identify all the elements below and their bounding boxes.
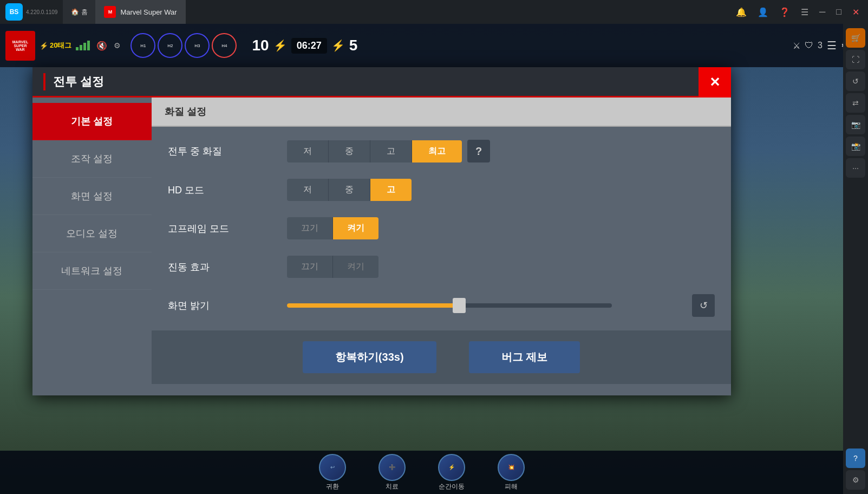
modal-footer: 항복하기(33s) 버그 제보	[152, 330, 731, 384]
sidebar-more-button[interactable]: ···	[846, 158, 865, 178]
sidebar-expand-button[interactable]: ⛶	[846, 50, 865, 69]
hero-avatar-1: H1	[130, 33, 155, 58]
sidebar-settings-button[interactable]: ⚙	[846, 470, 865, 490]
nav-item-audio[interactable]: 오디오 설정	[32, 215, 152, 252]
hero-avatars: H1 H2 H3 H4	[130, 33, 237, 58]
window-controls: 🔔 👤 ❓ ☰ ─ □ ✕	[732, 5, 868, 20]
highframe-toggle-group: 끄기 켜기	[287, 217, 378, 239]
hd-control: 저 중 고	[287, 179, 412, 201]
hd-mid-button[interactable]: 중	[329, 179, 370, 201]
settings-small-icon[interactable]: ⚙	[114, 41, 121, 50]
highframe-off-button[interactable]: 끄기	[287, 217, 333, 239]
brightness-slider-container	[287, 303, 687, 308]
game-tab-icon: M	[104, 6, 116, 18]
hd-low-button[interactable]: 저	[287, 179, 329, 201]
hd-mode-setting-row: HD 모드 저 중 고	[168, 179, 715, 201]
skill-return-icon: ↩	[319, 454, 346, 481]
brightness-setting-row: 화면 밝기 ↺	[168, 294, 715, 317]
surrender-label: 항복하기(33s)	[335, 351, 404, 363]
nav-item-control[interactable]: 조작 설정	[32, 140, 152, 178]
sword-icon: ⚔	[793, 41, 800, 51]
brightness-label: 화면 밝기	[168, 299, 276, 312]
nav-item-network[interactable]: 네트워크 설정	[32, 252, 152, 290]
nav-audio-label: 오디오 설정	[66, 228, 118, 239]
account-icon[interactable]: 👤	[753, 5, 773, 20]
skill-heal-label: 치료	[386, 482, 399, 491]
game-hud: MARVELSUPERWAR ⚡ 20태그 🔇 ⚙ H1 H2 H3 H4 10…	[0, 24, 868, 67]
content-body: 전투 중 화질 저 중 고 최고 ? HD 모드	[152, 127, 731, 330]
window-close-button[interactable]: ✕	[848, 5, 864, 20]
nav-item-screen[interactable]: 화면 설정	[32, 178, 152, 215]
vibration-setting-row: 진동 효과 끄기 켜기	[168, 256, 715, 278]
sidebar-help-button[interactable]: ?	[846, 448, 865, 468]
nav-network-label: 네트워크 설정	[61, 265, 122, 276]
sidebar-rotate-button[interactable]: ↺	[846, 72, 865, 91]
skill-heal[interactable]: ➕ 치료	[378, 454, 406, 491]
nav-control-label: 조작 설정	[71, 153, 113, 164]
hd-high-button[interactable]: 고	[370, 179, 412, 201]
content-header: 화질 설정	[152, 98, 731, 127]
vibration-toggle-group: 끄기 켜기	[287, 256, 378, 278]
hud-menu-icon[interactable]: ☰	[827, 39, 837, 52]
game-tab[interactable]: M Marvel Super War	[95, 0, 185, 24]
bs-version: 4.220.0.1109	[26, 9, 57, 15]
shield-icon: 🛡	[805, 41, 813, 50]
skill-damage-label: 피해	[505, 482, 518, 491]
quality-low-button[interactable]: 저	[287, 140, 329, 162]
quality-mid-button[interactable]: 중	[329, 140, 370, 162]
quality-max-button[interactable]: 최고	[412, 140, 462, 162]
coins-value: 20태그	[50, 41, 71, 50]
sidebar-transfer-button[interactable]: ⇄	[846, 93, 865, 113]
game-timer: 06:27	[291, 38, 327, 54]
brightness-slider-thumb[interactable]	[453, 298, 466, 313]
signal-bar-3	[83, 43, 86, 50]
highframe-on-button[interactable]: 켜기	[333, 217, 378, 239]
score-divider-2: ⚡	[331, 39, 345, 52]
home-label: 홈	[81, 8, 88, 17]
score-divider: ⚡	[273, 39, 287, 52]
score-display: 10 ⚡ 06:27 ⚡ 5	[252, 37, 357, 54]
maximize-button[interactable]: □	[832, 5, 846, 19]
brightness-slider-track[interactable]	[287, 303, 612, 308]
score-left: 10	[252, 37, 269, 54]
signal-bar-4	[87, 41, 90, 50]
highframe-setting-row: 고프레임 모드 끄기 켜기	[168, 217, 715, 239]
nav-screen-label: 화면 설정	[71, 191, 113, 202]
sidebar-screenshot-button[interactable]: 📸	[846, 136, 865, 156]
help-icon[interactable]: ❓	[775, 5, 794, 20]
skill-heal-icon: ➕	[378, 454, 406, 481]
sidebar-shop-button[interactable]: 🛒	[846, 28, 865, 48]
minimize-button[interactable]: ─	[815, 5, 830, 19]
nav-basic-label: 기본 설정	[71, 116, 113, 127]
sidebar-camera-button[interactable]: 📷	[846, 115, 865, 134]
titlebar: BS 4.220.0.1109 🏠 홈 M Marvel Super War 🔔…	[0, 0, 868, 24]
surrender-button[interactable]: 항복하기(33s)	[303, 341, 436, 373]
brightness-reset-button[interactable]: ↺	[692, 294, 715, 317]
notification-icon[interactable]: 🔔	[732, 5, 751, 20]
vibration-off-button[interactable]: 끄기	[287, 256, 333, 278]
speaker-icon[interactable]: 🔇	[96, 41, 107, 51]
vibration-on-button[interactable]: 켜기	[333, 256, 378, 278]
skill-teleport[interactable]: ⚡ 순간이동	[438, 454, 465, 491]
skill-return[interactable]: ↩ 귀환	[319, 454, 346, 491]
quality-control: 저 중 고 최고 ?	[287, 140, 490, 162]
hero-avatar-4: H4	[212, 33, 237, 58]
bs-logo-icon: BS	[5, 3, 23, 21]
skill-return-label: 귀환	[326, 482, 339, 491]
skill-teleport-label: 순간이동	[439, 482, 465, 491]
home-tab[interactable]: 🏠 홈	[63, 0, 95, 24]
skill-damage[interactable]: 💥 피해	[498, 454, 525, 491]
quality-setting-row: 전투 중 화질 저 중 고 최고 ?	[168, 140, 715, 162]
coins-icon: ⚡	[40, 42, 48, 50]
hud-coins: ⚡ 20태그	[40, 41, 71, 50]
vibration-label: 진동 효과	[168, 261, 276, 274]
bug-report-button[interactable]: 버그 제보	[469, 341, 580, 373]
quality-help-button[interactable]: ?	[467, 140, 490, 162]
nav-item-basic[interactable]: 기본 설정	[32, 103, 152, 140]
brightness-control: ↺	[287, 294, 715, 317]
modal-close-button[interactable]: ✕	[699, 67, 731, 98]
menu-icon[interactable]: ☰	[797, 5, 813, 20]
quality-high-button[interactable]: 고	[370, 140, 412, 162]
highframe-label: 고프레임 모드	[168, 222, 276, 235]
modal-header: 전투 설정 ✕	[32, 67, 731, 98]
